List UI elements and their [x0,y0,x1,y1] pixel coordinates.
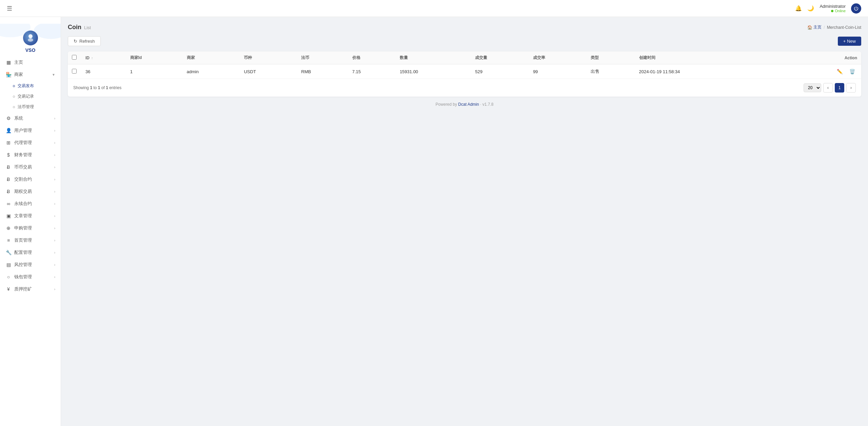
user-arrow-icon: › [54,129,55,133]
theme-toggle-icon[interactable]: 🌙 [807,5,814,12]
sidebar-item-config-label: 配置管理 [14,249,32,256]
agent-nav-icon: ⊞ [5,140,12,145]
svg-point-0 [0,24,31,37]
user-name: Administrator [820,4,846,9]
sidebar-item-wallet[interactable]: ○ 钱包管理 › [0,271,61,283]
config-nav-icon: 🔧 [5,250,12,255]
next-page-button[interactable]: › [846,83,856,93]
coin-nav-icon: Ƀ [5,164,12,170]
cell-fiat: RMB [297,64,348,79]
sidebar-subitem-trade-record[interactable]: 交易记录 [0,91,61,102]
sidebar-item-home-inner: ▦ 主页 [5,59,23,65]
mining-nav-icon: ¥ [5,286,12,292]
sidebar-item-agent-inner: ⊞ 代理管理 [5,140,32,146]
sidebar-item-finance[interactable]: $ 财务管理 › [0,149,61,161]
action-buttons: ✏️ 🗑️ [778,68,857,75]
sidebar-subitem-fiat-manage[interactable]: 法币管理 [0,102,61,112]
cell-trade-count: 99 [529,64,587,79]
sidebar-item-perp[interactable]: ∞ 永续合约 › [0,198,61,210]
cell-price: 7.15 [348,64,396,79]
sidebar-item-perp-inner: ∞ 永续合约 [5,201,32,207]
sidebar-item-config[interactable]: 🔧 配置管理 › [0,246,61,259]
sidebar-item-wallet-label: 钱包管理 [14,274,32,280]
sidebar-subitem-trade-publish[interactable]: 交易发布 [0,81,61,91]
menu-toggle-icon[interactable]: ☰ [7,5,12,12]
risk-nav-icon: ▤ [5,262,12,267]
sidebar-item-system[interactable]: ⚙ 系统 › [0,112,61,124]
coin-arrow-icon: › [54,165,55,169]
user-status: Online [831,9,846,13]
showing-text: Showing 1 to 1 of 1 entries [73,85,121,90]
sidebar-item-coin-trade[interactable]: Ƀ 币币交易 › [0,161,61,173]
mining-arrow-icon: › [54,287,55,291]
sidebar-item-perp-label: 永续合约 [14,201,32,207]
edit-button[interactable]: ✏️ [835,68,845,75]
col-header-id: ID ↑ [81,52,126,64]
sidebar-item-apply[interactable]: ⊕ 申购管理 › [0,222,61,234]
sidebar-item-home[interactable]: ▦ 主页 [0,56,61,68]
logo-text: VSO [25,47,36,53]
page-title-area: Coin List [68,24,91,31]
sidebar-item-home-manage-inner: ≡ 首页管理 [5,237,32,243]
prev-page-button[interactable]: ‹ [823,83,833,93]
apply-arrow-icon: › [54,226,55,230]
sidebar-item-system-inner: ⚙ 系统 [5,115,23,121]
cell-coin-type: USDT [240,64,297,79]
user-nav-icon: 👤 [5,128,12,133]
dcat-admin-link[interactable]: Dcat Admin [458,102,479,107]
col-header-merchant-id: 商家Id [126,52,183,64]
sidebar-item-user-label: 用户管理 [14,127,32,134]
sidebar-item-futures[interactable]: Ƀ 期权交易 › [0,185,61,198]
perp-nav-icon: ∞ [5,201,12,206]
refresh-icon: ↻ [74,39,77,44]
sidebar-item-user-manage[interactable]: 👤 用户管理 › [0,124,61,137]
sidebar-item-mining-label: 质押挖矿 [14,286,32,292]
cell-created-at: 2024-01-19 11:58:34 [635,64,774,79]
article-arrow-icon: › [54,214,55,218]
finance-nav-icon: $ [5,152,12,158]
col-header-trade-volume: 成交量 [471,52,529,64]
sidebar-item-wallet-inner: ○ 钱包管理 [5,274,32,280]
user-avatar[interactable] [851,3,861,14]
sidebar-item-user-inner: 👤 用户管理 [5,127,32,134]
select-all-checkbox[interactable] [72,55,77,60]
sidebar-item-risk[interactable]: ▤ 风控管理 › [0,259,61,271]
new-button[interactable]: + New [838,37,861,46]
toolbar: ↻ Refresh + New [68,36,861,46]
cell-id: 36 [81,64,126,79]
sidebar-item-trade-contract[interactable]: Ƀ 交割合约 › [0,173,61,185]
sort-icon[interactable]: ↑ [91,56,93,60]
row-checkbox[interactable] [72,69,77,74]
sidebar-item-agent-label: 代理管理 [14,140,32,146]
fiat-manage-label: 法币管理 [18,104,34,110]
sidebar-item-agent-manage[interactable]: ⊞ 代理管理 › [0,137,61,149]
home-manage-nav-icon: ≡ [5,238,12,243]
sidebar-item-merchant[interactable]: 🏪 商家 ▼ [0,68,61,81]
sidebar: VSO ▦ 主页 🏪 商家 ▼ 交易发布 交易记录 法币管理 [0,17,61,426]
page-1-button[interactable]: 1 [835,83,844,93]
home-nav-icon: ▦ [5,60,12,65]
delete-button[interactable]: 🗑️ [847,68,857,75]
notification-icon[interactable]: 🔔 [795,5,802,12]
sidebar-item-trade-contract-label: 交割合约 [14,176,32,182]
sidebar-item-article[interactable]: ▣ 文章管理 › [0,210,61,222]
sidebar-item-trade-contract-inner: Ƀ 交割合约 [5,176,32,182]
col-header-fiat: 法币 [297,52,348,64]
sidebar-item-home-manage[interactable]: ≡ 首页管理 › [0,234,61,246]
sidebar-item-config-inner: 🔧 配置管理 [5,249,32,256]
col-header-created-at: 创建时间 [635,52,774,64]
trade-publish-dot [13,85,15,87]
col-header-action: Action [774,52,861,64]
refresh-button[interactable]: ↻ Refresh [68,36,101,46]
page-size-select[interactable]: 20 [804,83,821,92]
col-header-coin-type: 币种 [240,52,297,64]
sidebar-item-apply-label: 申购管理 [14,225,32,231]
risk-arrow-icon: › [54,263,55,267]
sidebar-item-mining[interactable]: ¥ 质押挖矿 › [0,283,61,295]
sidebar-bg-decor [0,24,61,44]
cell-trade-volume: 529 [471,64,529,79]
breadcrumb-home[interactable]: 🏠 主页 [807,24,822,30]
wallet-arrow-icon: › [54,275,55,279]
sidebar-logo: VSO [0,17,61,56]
data-table: ID ↑ 商家Id 商家 币种 法币 价格 数量 成交量 成交率 类型 创建时间 [68,52,861,97]
